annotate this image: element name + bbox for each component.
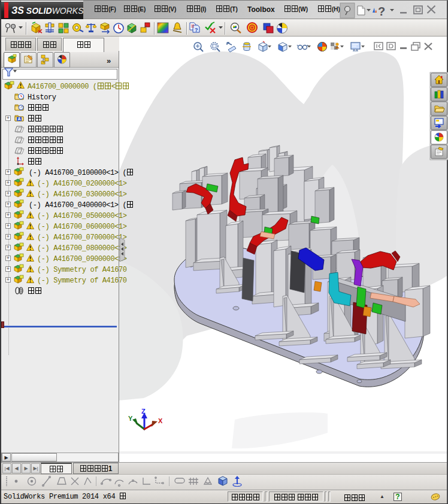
svg-text:A: A xyxy=(17,117,20,121)
svg-text:Y: Y xyxy=(128,415,133,422)
svg-text:X: X xyxy=(158,417,163,424)
svg-text:Z: Z xyxy=(141,408,146,415)
